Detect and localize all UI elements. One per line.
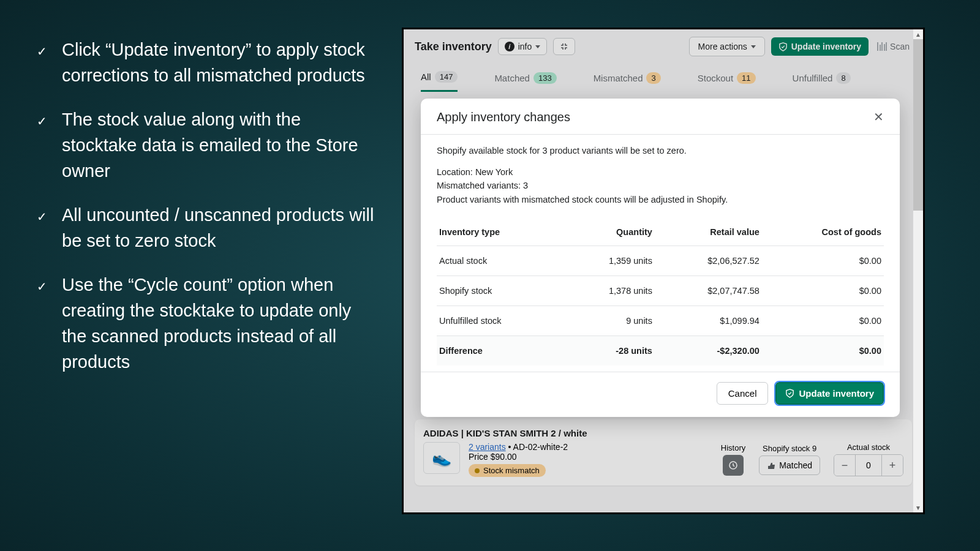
scroll-thumb[interactable] <box>913 39 923 211</box>
modal-description: Shopify available stock for 3 product va… <box>437 146 884 156</box>
confirm-update-inventory-button[interactable]: Update inventory <box>775 382 884 405</box>
app-screenshot: Take inventory i info More actions Updat… <box>402 28 925 514</box>
apply-inventory-modal: Apply inventory changes ✕ Shopify availa… <box>421 99 900 417</box>
bullet-text: The stock value along with the stocktake… <box>62 107 380 184</box>
inventory-table: Inventory type Quantity Retail value Cos… <box>437 219 884 365</box>
table-row: Actual stock1,359 units$2,06,527.52$0.00 <box>437 246 884 276</box>
table-row: Unfulfilled stock9 units$1,099.94$0.00 <box>437 306 884 336</box>
table-row: Shopify stock1,378 units$2,07,747.58$0.0… <box>437 276 884 306</box>
bullet-text: All uncounted / unscanned products will … <box>62 202 380 253</box>
scrollbar[interactable]: ▲ ▼ <box>913 29 923 512</box>
bullet-text: Click “Update inventory” to apply stock … <box>62 37 380 88</box>
slide-text: ✓Click “Update inventory” to apply stock… <box>0 0 392 551</box>
overflow-menu-icon[interactable]: ••• <box>924 72 925 84</box>
bullet-text: Use the “Cycle count” option when creati… <box>62 272 380 375</box>
check-icon: ✓ <box>37 278 47 296</box>
check-icon: ✓ <box>37 113 47 130</box>
close-button[interactable]: ✕ <box>873 110 884 124</box>
check-icon: ✓ <box>37 43 47 61</box>
cancel-button[interactable]: Cancel <box>717 382 769 405</box>
scroll-down-icon[interactable]: ▼ <box>913 503 923 512</box>
table-row-difference: Difference-28 units-$2,320.00$0.00 <box>437 336 884 366</box>
check-icon: ✓ <box>37 208 47 226</box>
modal-title: Apply inventory changes <box>437 110 570 124</box>
scroll-up-icon[interactable]: ▲ <box>913 29 923 39</box>
